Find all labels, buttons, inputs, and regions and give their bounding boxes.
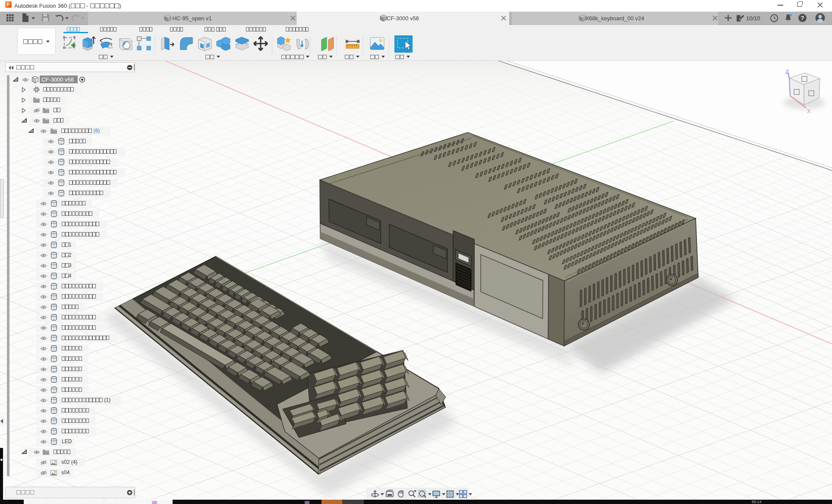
svg-text:Z: Z bbox=[785, 69, 789, 75]
svg-text:?: ? bbox=[801, 15, 804, 21]
svg-text:X: X bbox=[807, 108, 811, 114]
